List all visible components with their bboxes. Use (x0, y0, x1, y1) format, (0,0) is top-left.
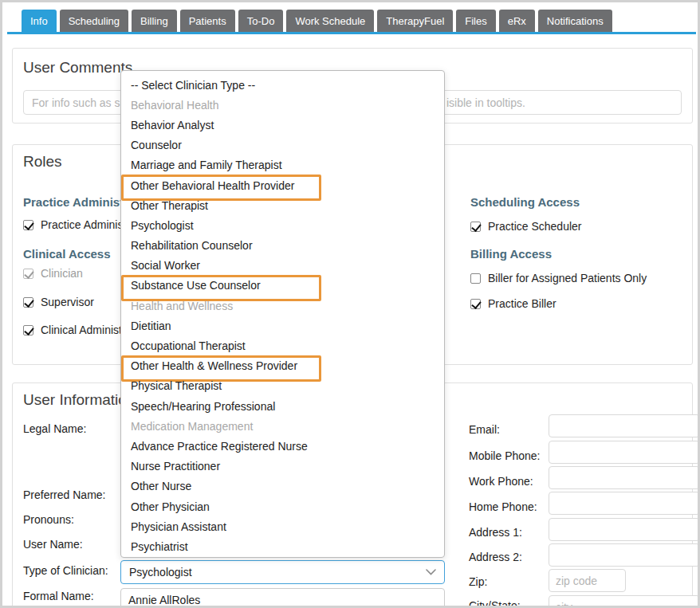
checkbox-row-biller-for-assigned-patients-only: Biller for Assigned Patients Only (470, 272, 647, 284)
subhead-clinical-access: Clinical Access (23, 247, 111, 261)
dropdown-option-psychiatrist[interactable]: Psychiatrist (121, 536, 444, 556)
dropdown-option-physician-assistant[interactable]: Physician Assistant (121, 516, 444, 536)
tab-files[interactable]: Files (456, 10, 495, 32)
dropdown-option-other-nurse[interactable]: Other Nurse (121, 477, 444, 496)
label-home-phone: Home Phone: (469, 500, 537, 513)
dropdown-option-speech-hearing-professional[interactable]: Speech/Hearing Professional (121, 396, 444, 416)
checkbox-row-supervisor: Supervisor (23, 296, 94, 308)
label-email: Email: (469, 423, 500, 436)
tab-erx[interactable]: eRx (499, 10, 535, 32)
chevron-down-icon (426, 569, 436, 575)
field-zip-input[interactable] (549, 569, 626, 592)
tab-work-schedule[interactable]: Work Schedule (286, 10, 374, 32)
formal-name-input[interactable] (120, 588, 445, 608)
tab-billing[interactable]: Billing (132, 10, 177, 32)
checkbox-practice-scheduler[interactable] (470, 222, 481, 232)
label-address-2: Address 2: (469, 551, 522, 563)
field-mobile-phone-input[interactable] (549, 441, 700, 464)
label-legal-name: Legal Name: (23, 422, 86, 435)
checkbox-biller-for-assigned-patients-only[interactable] (470, 273, 481, 284)
type-of-clinician-value: Psychologist (129, 566, 192, 579)
dropdown-option-counselor[interactable]: Counselor (121, 135, 444, 155)
tab-underline (7, 32, 696, 34)
checkbox-supervisor[interactable] (23, 297, 33, 308)
dropdown-option-other-therapist[interactable]: Other Therapist (121, 195, 444, 215)
label-work-phone: Work Phone: (469, 475, 533, 488)
field-city-state-input[interactable] (549, 595, 700, 608)
label-mobile-phone: Mobile Phone: (469, 449, 541, 462)
field-email-input[interactable] (549, 414, 700, 437)
subhead-scheduling-access: Scheduling Access (470, 195, 580, 209)
dropdown-group-behavioral-health: Behavioral Health (121, 95, 444, 115)
dropdown-option-social-worker[interactable]: Social Worker (121, 256, 444, 276)
label-pronouns: Pronouns: (23, 513, 74, 526)
checkbox-row-clinician: Clinician (23, 267, 83, 280)
tab-patients[interactable]: Patients (180, 10, 235, 32)
dropdown-option-select-clinician-type[interactable]: -- Select Clinician Type -- (121, 75, 444, 95)
checkbox-row-practice-biller: Practice Biller (470, 297, 556, 310)
dropdown-group-medication-management: Medication Management (121, 416, 444, 436)
checkbox-label-practice-biller: Practice Biller (488, 297, 556, 310)
tab-info[interactable]: Info (22, 10, 57, 32)
tab-scheduling[interactable]: Scheduling (60, 10, 128, 32)
dropdown-option-dietitian[interactable]: Dietitian (121, 316, 444, 335)
roles-title: Roles (23, 153, 62, 171)
tab-to-do[interactable]: To-Do (238, 10, 284, 32)
dropdown-option-other-health-wellness-provider[interactable]: Other Health & Wellness Provider (121, 356, 444, 376)
dropdown-option-marriage-and-family-therapist[interactable]: Marriage and Family Therapist (121, 155, 444, 175)
checkbox-practice-biller[interactable] (470, 299, 481, 309)
label-zip: Zip: (469, 575, 487, 588)
label-user-name: User Name: (23, 538, 83, 551)
checkbox-clinical-administrator[interactable] (23, 325, 33, 335)
dropdown-option-psychologist[interactable]: Psychologist (121, 215, 444, 235)
subhead-billing-access: Billing Access (470, 247, 552, 261)
dropdown-option-other-behavioral-health-provider[interactable]: Other Behavioral Health Provider (121, 175, 444, 195)
field-address-1-input[interactable] (549, 518, 700, 541)
checkbox-label-clinician: Clinician (41, 267, 83, 280)
dropdown-option-substance-use-counselor[interactable]: Substance Use Counselor (121, 276, 444, 296)
field-home-phone-input[interactable] (549, 492, 700, 515)
user-comments-placeholder-right: isible in tooltips. (446, 96, 525, 109)
tab-notifications[interactable]: Notifications (538, 10, 612, 32)
label-city-state: City/State: (469, 599, 521, 608)
dropdown-option-physical-therapist[interactable]: Physical Therapist (121, 376, 444, 396)
label-type-of-clinician: Type of Clinician: (23, 564, 108, 577)
label-preferred-name: Preferred Name: (23, 488, 105, 501)
dropdown-option-rehabilitation-counselor[interactable]: Rehabilitation Counselor (121, 236, 444, 256)
page: InfoSchedulingBillingPatientsTo-DoWork S… (0, 0, 700, 608)
user-information-title: User Information (23, 391, 135, 409)
dropdown-group-health-and-wellness: Health and Wellness (121, 296, 444, 316)
dropdown-option-behavior-analyst[interactable]: Behavior Analyst (121, 115, 444, 135)
checkbox-label-biller-for-assigned-patients-only: Biller for Assigned Patients Only (488, 272, 647, 284)
checkbox-label-practice-scheduler: Practice Scheduler (488, 220, 582, 233)
dropdown-option-advance-practice-registered-nurse[interactable]: Advance Practice Registered Nurse (121, 436, 444, 456)
user-comments-title: User Comments (23, 59, 132, 76)
tab-therapyfuel[interactable]: TherapyFuel (377, 10, 453, 32)
type-of-clinician-select[interactable]: Psychologist (120, 560, 445, 584)
checkbox-label-supervisor: Supervisor (41, 296, 94, 308)
label-address-1: Address 1: (469, 526, 522, 539)
clinician-type-dropdown: -- Select Clinician Type --Behavioral He… (120, 70, 445, 558)
dropdown-option-nurse-practitioner[interactable]: Nurse Practitioner (121, 457, 444, 477)
checkbox-practice-administrator[interactable] (23, 220, 33, 230)
checkbox-clinician[interactable] (23, 269, 33, 279)
field-address-2-input[interactable] (549, 543, 700, 567)
tab-bar: InfoSchedulingBillingPatientsTo-DoWork S… (22, 10, 612, 32)
dropdown-option-other-physician[interactable]: Other Physician (121, 496, 444, 516)
label-formal-name: Formal Name: (23, 590, 94, 602)
checkbox-row-practice-scheduler: Practice Scheduler (470, 220, 582, 233)
field-work-phone-input[interactable] (549, 466, 700, 489)
dropdown-option-occupational-therapist[interactable]: Occupational Therapist (121, 335, 444, 355)
user-comments-placeholder-left: For info such as s (32, 96, 120, 109)
